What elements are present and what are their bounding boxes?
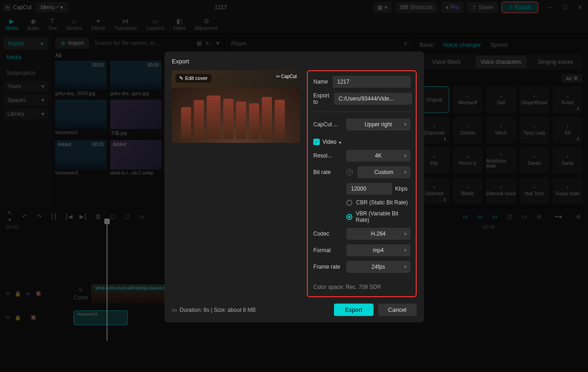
capcut-select[interactable]: Upper right▾ [346, 118, 410, 130]
kbps-input[interactable] [346, 183, 392, 195]
codec-label: Codec [313, 231, 342, 237]
duration-info: ▭ Duration: 8s | Size: about 8 MB [172, 307, 256, 313]
cover-logo: ✂ CapCut [276, 74, 297, 79]
vbr-radio[interactable]: VBR (Variable Bit Rate) [346, 210, 410, 223]
format-label: Format [313, 247, 342, 254]
export-to-label: Export to [313, 92, 329, 105]
edit-cover-button[interactable]: ✎ Edit cover [175, 74, 211, 83]
resolution-label: Resol... [313, 152, 342, 159]
color-space: Color space: Rec. 709 SDR [313, 284, 410, 290]
video-section[interactable]: ✓Video ▴ [313, 139, 410, 145]
cbr-radio[interactable]: CBR (Static Bit Rate) [346, 199, 410, 206]
capcut-label: CapCut ... [313, 121, 342, 128]
codec-select[interactable]: H.264▾ [346, 228, 410, 240]
resolution-select[interactable]: 4K▾ [346, 150, 410, 162]
format-select[interactable]: mp4▾ [346, 244, 410, 256]
bitrate-select[interactable]: Custom▾ [357, 166, 410, 178]
info-icon[interactable]: ? [346, 169, 353, 175]
bitrate-label: Bit rate [313, 169, 342, 175]
name-input[interactable] [333, 76, 411, 88]
export-to-input[interactable] [334, 93, 412, 105]
export-dialog: Export ✎ Edit cover ✂ CapCut Na [164, 51, 424, 322]
cancel-button[interactable]: Cancel [378, 304, 417, 316]
framerate-select[interactable]: 24fps▾ [346, 261, 410, 273]
cover-preview: ✎ Edit cover ✂ CapCut [172, 70, 300, 143]
framerate-label: Frame rate [313, 264, 342, 270]
name-label: Name [313, 79, 328, 85]
export-confirm-button[interactable]: Export [334, 304, 373, 316]
dialog-title: Export [172, 58, 417, 65]
kbps-unit: Kbps [395, 186, 407, 192]
